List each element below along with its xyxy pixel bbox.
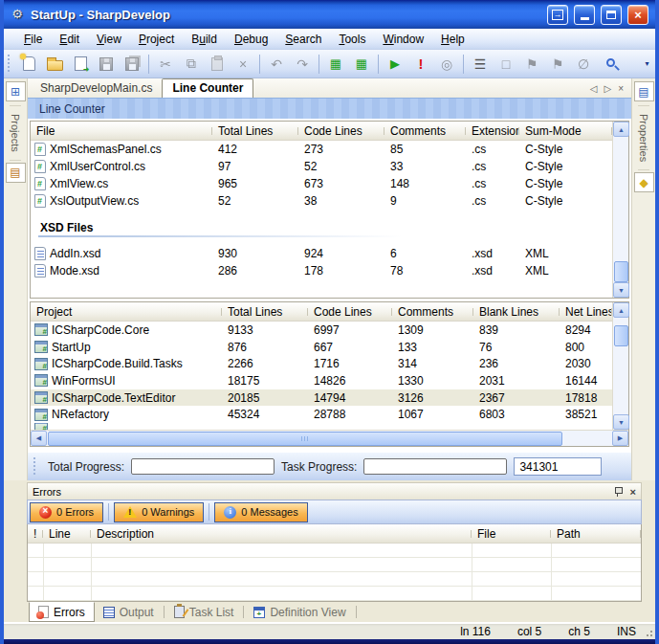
export-button[interactable] [68,53,93,75]
column-header-net-lines[interactable]: Net Lines [560,305,612,319]
projects-pad-button[interactable]: ⊞ [6,81,26,101]
prev-bookmark-button[interactable]: ⚑ [519,53,544,75]
close-button[interactable]: × [627,5,648,25]
redo-button[interactable]: ↷ [290,53,315,75]
scroll-down-icon[interactable]: ▼ [613,414,629,430]
toolbox-pad-button[interactable]: ◆ [634,172,654,192]
sidebar-tab-projects[interactable]: Projects [10,105,21,161]
column-header-file[interactable]: File [472,527,551,541]
column-header-code-lines[interactable]: Code Lines [298,124,384,138]
table-row[interactable]: XmlUserControl.cs 97 52 33 .cs C-Style [31,158,612,175]
table-row[interactable]: WinFormsUI 18175 14826 1330 2031 16144 [31,372,612,389]
table-row-clipped[interactable] [31,423,612,430]
scroll-down-icon[interactable]: ▼ [613,282,629,298]
scroll-right-icon[interactable]: ▶ [612,431,628,446]
errors-filter-button[interactable]: 0 Errors [30,502,103,522]
projects-horizontal-scrollbar[interactable]: ◀ ▶ [31,430,628,446]
tab-definition-view[interactable]: Definition View [245,602,354,622]
pin-icon[interactable] [613,486,623,498]
table-row[interactable]: XmlSchemasPanel.cs 412 273 85 .cs C-Styl… [31,141,612,158]
menu-tools[interactable]: Tools [330,30,374,49]
maximize-button[interactable] [601,5,622,25]
table-row-highlighted[interactable]: ICSharpCode.TextEditor 20185 14794 3126 … [31,389,612,407]
open-file-button[interactable] [42,53,67,75]
uncomment-region-button[interactable]: ▦ [349,53,374,75]
table-row[interactable]: XmlView.cs 965 673 148 .cs C-Style [31,175,612,192]
table-row[interactable]: ICSharpCode.Core 9133 6997 1309 839 8294 [31,322,612,339]
minimize-button[interactable] [574,5,595,25]
save-all-button[interactable] [120,53,144,75]
close-panel-icon[interactable]: × [630,486,636,498]
warnings-filter-button[interactable]: 0 Warnings [114,502,204,522]
close-tab-icon[interactable]: × [618,83,624,94]
column-header-code-lines[interactable]: Code Lines [308,305,392,319]
menu-search[interactable]: Search [276,30,330,49]
menu-help[interactable]: Help [432,30,473,49]
messages-filter-button[interactable]: 0 Messages [214,502,307,522]
column-header-line[interactable]: Line [43,527,91,541]
run-button[interactable]: ▶ [383,53,407,75]
menu-debug[interactable]: Debug [226,30,276,49]
delete-button[interactable]: × [231,53,255,75]
table-row[interactable]: ICSharpCode.Build.Tasks 2266 1716 314 23… [31,355,612,372]
table-row[interactable]: NRefactory 45324 28788 1067 6803 38521 [31,406,612,423]
projects-vertical-scrollbar[interactable]: ▲ ▼ [612,302,628,430]
clear-bookmarks-button[interactable]: ∅ [571,53,596,75]
scrollbar-thumb[interactable] [48,432,562,446]
toolbar-grip[interactable] [33,457,37,477]
table-row[interactable]: XslOutputView.cs 52 38 9 .cs C-Style [31,192,612,210]
sidebar-tab-properties[interactable]: Properties [638,105,649,170]
save-button[interactable] [94,53,119,75]
column-header-sum-mode[interactable]: Sum-Mode [519,124,612,138]
scroll-left-icon[interactable]: ◀ [31,431,47,446]
classes-pad-button[interactable]: ▤ [6,163,26,183]
tab-sharpdevelopmain[interactable]: SharpDevelopMain.cs [31,79,162,98]
menu-file[interactable]: File [15,30,51,49]
search-button[interactable] [597,53,622,75]
undock-button[interactable]: → [547,5,568,25]
scroll-tabs-left-icon[interactable]: ◁ [590,83,598,94]
scroll-up-icon[interactable]: ▲ [613,302,629,318]
menu-view[interactable]: View [88,30,130,49]
tab-task-list[interactable]: Task List [165,602,243,622]
column-header-path[interactable]: Path [551,527,641,541]
toolbar-overflow-button[interactable]: ▾ [641,60,653,68]
profiler-button[interactable]: ◎ [434,53,459,75]
files-vertical-scrollbar[interactable]: ▲ ▼ [612,122,628,298]
table-row[interactable]: AddIn.xsd 930 924 6 .xsd XML [31,245,612,262]
tab-line-counter[interactable]: Line Counter [162,78,253,98]
menu-window[interactable]: Window [374,30,432,49]
scroll-up-icon[interactable]: ▲ [613,122,629,137]
column-header-file[interactable]: File [31,124,212,138]
table-row[interactable]: StartUp 876 667 133 76 800 [31,339,612,356]
column-header-blank-lines[interactable]: Blank Lines [473,305,560,319]
format-button[interactable]: ☰ [468,53,493,75]
column-header-comments[interactable]: Comments [384,124,466,138]
new-file-button[interactable] [16,53,41,75]
scrollbar-thumb[interactable] [614,261,628,282]
menu-project[interactable]: Project [130,30,183,49]
scrollbar-thumb[interactable] [614,325,628,346]
comment-region-button[interactable]: ▦ [323,53,348,75]
table-row[interactable]: Mode.xsd 286 178 78 .xsd XML [31,262,612,279]
column-header-total-lines[interactable]: Total Lines [212,124,298,138]
paste-button[interactable] [205,53,230,75]
column-header-project[interactable]: Project [31,305,222,319]
cut-button[interactable]: ✂ [153,53,178,75]
toolbar-grip[interactable] [8,55,11,74]
copy-button[interactable]: ⧉ [179,53,204,75]
column-header-description[interactable]: Description [91,527,472,541]
region-button[interactable]: □ [494,53,518,75]
column-header-extension[interactable]: Extension [466,124,519,138]
properties-pad-button[interactable]: ▤ [634,81,654,101]
scroll-tabs-right-icon[interactable]: ▷ [604,83,611,94]
column-header-severity[interactable]: ! [28,527,43,541]
next-bookmark-button[interactable]: ⚑ [545,53,570,75]
column-header-total-lines[interactable]: Total Lines [222,305,308,319]
menu-edit[interactable]: Edit [51,30,88,49]
menu-build[interactable]: Build [183,30,226,49]
stop-build-button[interactable]: ! [408,53,433,75]
tab-output[interactable]: Output [95,602,163,622]
tab-errors[interactable]: Errors [29,602,95,622]
resize-grip[interactable] [644,628,652,636]
